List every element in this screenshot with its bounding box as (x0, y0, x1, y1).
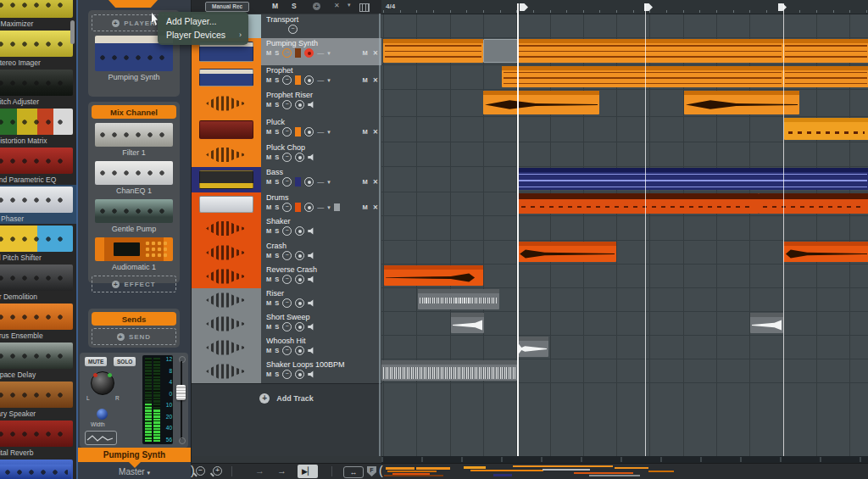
global-mute-button[interactable]: M (272, 2, 278, 10)
plugin-item[interactable]: Stereo Imager (0, 29, 76, 68)
loop-range-button[interactable]: ↔ (343, 466, 364, 478)
close-icon[interactable]: ✕ (373, 178, 378, 186)
record-arm-button[interactable] (295, 346, 304, 355)
clip[interactable] (381, 360, 517, 381)
timeline-ruler[interactable]: 4/4 (381, 0, 868, 14)
automation-icon[interactable]: ~ (282, 203, 292, 212)
add-send-button[interactable]: + SEND (92, 328, 176, 345)
plugin-item[interactable]: Space Delay (0, 341, 76, 380)
marker-flag-icon[interactable] (778, 3, 787, 11)
mix-device[interactable]: ChanEQ 1 (92, 161, 176, 195)
clip[interactable] (502, 66, 783, 87)
track-row[interactable]: RiserMS~ (192, 288, 381, 313)
record-arm-button[interactable] (304, 75, 314, 85)
pan-knob[interactable] (91, 371, 114, 395)
automation-icon[interactable]: ~ (282, 370, 292, 379)
clip[interactable] (451, 313, 484, 333)
track-color-block[interactable] (192, 359, 261, 383)
monitor-button[interactable]: M (362, 203, 367, 211)
track-row[interactable]: Pluck ChopMS~ (192, 142, 381, 168)
solo-button[interactable]: S (275, 203, 279, 211)
arrangement-track-lane[interactable] (381, 336, 868, 359)
monitor-button[interactable]: M (362, 178, 367, 186)
follow-arrow-icon[interactable]: → (255, 465, 264, 476)
track-row[interactable]: ProphetMS~—▾M✕ (192, 65, 381, 91)
automation-icon[interactable]: ~ (282, 153, 292, 162)
arrangement-track-lane[interactable] (381, 192, 868, 216)
track-color-swatch[interactable] (295, 203, 301, 212)
mute-button[interactable]: M (266, 299, 271, 307)
arrangement-track-lane[interactable] (381, 312, 868, 336)
speaker-icon[interactable] (308, 299, 315, 307)
track-row[interactable]: BassMS~—▾M✕ (192, 167, 381, 193)
track-row[interactable]: Prophet RiserMS~ (192, 90, 381, 118)
plugin-item[interactable]: al Pitch Shifter (0, 224, 76, 263)
record-arm-button[interactable] (295, 153, 304, 162)
track-row[interactable]: DrumsMS~—▾M✕ (192, 192, 381, 217)
automation-icon[interactable]: ~ (288, 25, 298, 34)
solo-button[interactable]: S (275, 347, 279, 354)
track-row[interactable]: Short SweepMS~ (192, 312, 381, 337)
fade-shield-icon[interactable]: F (367, 466, 376, 476)
track-color-swatch[interactable] (295, 48, 301, 58)
speaker-icon[interactable] (308, 153, 315, 161)
track-color-block[interactable] (192, 90, 261, 117)
clip[interactable] (517, 39, 783, 63)
plugin-item[interactable]: 0 Phaser (0, 185, 76, 224)
chevron-down-icon[interactable]: ▾ (327, 179, 331, 186)
zoom-in-icon[interactable]: + (213, 466, 222, 476)
track-row[interactable]: Reverse CrashMS~ (192, 265, 381, 289)
solo-button[interactable]: S (275, 128, 279, 136)
track-color-block[interactable] (192, 288, 261, 312)
record-arm-button[interactable] (295, 370, 304, 379)
plugin-item[interactable]: gital Reverb (0, 419, 76, 458)
track-color-block[interactable] (192, 142, 261, 167)
monitor-button[interactable]: M (362, 128, 367, 136)
track-header[interactable]: BassMS~—▾M✕ (261, 167, 381, 192)
group-icon[interactable] (334, 203, 340, 211)
grid-view-icon[interactable] (359, 3, 370, 12)
track-color-block[interactable] (192, 336, 261, 359)
mute-button[interactable]: M (266, 178, 271, 186)
add-effect-button[interactable]: + EFFECT (92, 276, 176, 292)
solo-button[interactable]: S (275, 101, 279, 109)
arrangement-track-lane[interactable] (381, 359, 868, 383)
clip[interactable] (517, 242, 616, 262)
track-row[interactable]: Shaker Loops 100BPMMS~ (192, 359, 381, 384)
sends-header[interactable]: Sends (92, 312, 176, 326)
record-arm-button[interactable] (295, 251, 304, 260)
solo-button[interactable]: S (275, 299, 279, 307)
mute-button[interactable]: M (266, 347, 271, 354)
chevron-down-icon[interactable]: ▾ (327, 50, 331, 57)
plugin-item[interactable]: Distortion Matrix (0, 107, 76, 146)
solo-button[interactable]: S (275, 227, 279, 235)
arrangement-track-lane[interactable] (381, 265, 868, 288)
solo-button[interactable]: S (275, 252, 279, 259)
track-header[interactable]: Reverse CrashMS~ (261, 265, 381, 288)
solo-button[interactable]: S (275, 49, 279, 57)
speaker-icon[interactable] (308, 323, 315, 331)
mute-button[interactable]: M (266, 76, 271, 84)
width-knob[interactable] (97, 409, 108, 420)
track-header[interactable]: Transport~ (261, 14, 381, 38)
arrangement-track-lane[interactable] (381, 90, 868, 117)
clip[interactable] (684, 91, 799, 114)
mute-button[interactable]: M (266, 323, 271, 331)
clip[interactable] (783, 242, 868, 262)
browser-scrollbar[interactable] (70, 20, 75, 44)
fader-mini[interactable]: — (317, 76, 324, 84)
track-row[interactable]: Whoosh HitMS~ (192, 336, 381, 360)
record-arm-button[interactable] (295, 275, 304, 284)
horizontal-scrollbar[interactable] (381, 456, 868, 463)
automation-icon[interactable]: ~ (282, 100, 292, 109)
mix-device[interactable]: Gentle Pump (92, 199, 176, 233)
track-header[interactable]: ProphetMS~—▾M✕ (261, 65, 381, 90)
track-color-block[interactable] (192, 192, 261, 216)
clip[interactable] (418, 289, 499, 309)
fader-mini[interactable]: — (317, 203, 324, 211)
automation-icon[interactable]: ~ (282, 226, 292, 236)
track-color-block[interactable] (192, 167, 261, 192)
track-header[interactable]: CrashMS~ (261, 241, 381, 265)
track-header[interactable]: Short SweepMS~ (261, 312, 381, 336)
arrangement-track-lane[interactable] (381, 65, 868, 90)
